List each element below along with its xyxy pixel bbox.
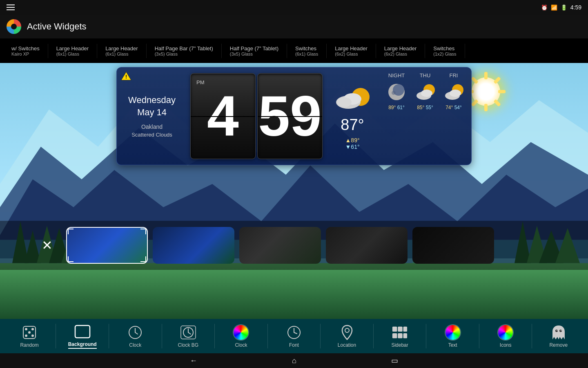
svg-point-59 (345, 328, 349, 332)
toolbar-label-clock2: Clock (235, 342, 247, 348)
forecast-header: NIGHT THU FRI (382, 72, 468, 79)
text-color-wheel-icon (445, 324, 461, 341)
divider-5 (320, 324, 321, 348)
theme-item-1[interactable] (153, 227, 234, 264)
color-wheel-clock-icon (233, 324, 249, 341)
widget-tab-1[interactable]: Large Header (6x1) Glass (48, 44, 98, 58)
svg-rect-24 (471, 99, 478, 106)
hamburger-icon[interactable] (7, 4, 15, 10)
toolbar-item-font[interactable]: Font (278, 324, 310, 348)
svg-line-51 (135, 332, 138, 334)
svg-line-55 (188, 332, 191, 334)
divider-7 (426, 324, 426, 348)
toolbar-item-clock[interactable]: Clock (119, 324, 151, 348)
sidebar-grid-icon (392, 324, 408, 341)
divider-0 (56, 324, 56, 348)
toolbar-item-clock-bg[interactable]: Clock BG (172, 324, 205, 348)
nav-back-button[interactable]: ← (183, 355, 204, 367)
ghost-icon (550, 324, 567, 341)
toolbar-label-location: Location (338, 342, 356, 348)
theme-item-4[interactable] (412, 227, 494, 264)
theme-item-3[interactable] (326, 227, 408, 264)
forecast-temp-1: 85° 55° (411, 105, 439, 110)
widget-tab-5[interactable]: Switches (6x1) Glass (287, 44, 327, 58)
clock-bg-icon (180, 324, 196, 341)
widget-tab-4[interactable]: Half Page (7" Tablet) (3x5) Glass (222, 44, 287, 58)
main-background: ! Wednesday May 14 Oakland Scattered Clo… (0, 63, 588, 319)
svg-rect-65 (403, 333, 408, 338)
nav-home-button[interactable]: ⌂ (285, 355, 303, 367)
toolbar-label-clock-bg: Clock BG (178, 342, 198, 348)
forecast-temp-2: 74° 54° (439, 105, 468, 110)
svg-point-41 (450, 90, 461, 97)
svg-rect-48 (75, 325, 90, 338)
forecast-temp-0: 89° 61° (382, 105, 411, 110)
wifi-icon: 📶 (551, 4, 557, 11)
toolbar-item-icons[interactable]: Icons (489, 324, 522, 348)
forecast-label-0: NIGHT (382, 72, 411, 79)
toolbar-label-text: Text (448, 342, 457, 348)
icons-color-wheel-icon (497, 324, 514, 341)
svg-point-38 (421, 90, 432, 97)
svg-point-45 (31, 334, 34, 337)
divider-6 (373, 324, 374, 348)
svg-rect-23 (484, 104, 488, 111)
svg-point-32 (337, 97, 352, 107)
svg-rect-21 (498, 90, 506, 93)
svg-point-35 (392, 91, 396, 95)
toolbar-item-random[interactable]: Random (13, 324, 46, 348)
minute-display: 59 (258, 88, 322, 145)
toolbar-label-sidebar: Sidebar (391, 342, 408, 348)
theme-item-0[interactable] (66, 227, 148, 264)
weather-widget[interactable]: ! Wednesday May 14 Oakland Scattered Clo… (116, 67, 472, 165)
svg-point-46 (31, 328, 34, 330)
divider-3 (214, 324, 215, 348)
status-bar: ⏰ 📶 🔋 4:59 (0, 0, 588, 15)
divider-9 (532, 324, 532, 348)
dice-icon (21, 324, 38, 341)
toolbar-item-clock2[interactable]: Clock (225, 324, 257, 348)
toolbar-item-sidebar[interactable]: Sidebar (383, 324, 416, 348)
hour-display: 4 (207, 88, 239, 145)
header-bar: Active Widgets (0, 15, 588, 38)
theme-item-2[interactable] (239, 227, 321, 264)
battery-icon: 🔋 (561, 4, 567, 11)
theme-selector: ✕ (0, 221, 588, 270)
background-icon (74, 323, 91, 340)
toolbar-item-text[interactable]: Text (437, 324, 469, 348)
toolbar-label-font: Font (289, 342, 299, 348)
widget-tab-3[interactable]: Half Page Bar (7" Tablet) (3x5) Glass (147, 44, 222, 58)
svg-point-69 (561, 330, 561, 331)
nav-recent-button[interactable]: ▭ (385, 355, 405, 367)
weather-city: Oakland (124, 123, 180, 130)
weather-condition: Scattered Clouds (124, 132, 180, 138)
widget-forecast: NIGHT THU FRI (379, 67, 471, 165)
forecast-label-2: FRI (439, 72, 468, 79)
weather-date: May 14 (124, 107, 180, 118)
widget-tab-6[interactable]: Large Header (6x2) Glass (327, 44, 376, 58)
clock-status-icon: ⏰ (541, 4, 548, 11)
svg-text:!: ! (125, 74, 127, 80)
svg-rect-63 (392, 333, 397, 338)
widget-tab-7[interactable]: Large Header (6x2) Glass (376, 44, 425, 58)
location-icon (339, 324, 355, 341)
widget-tabs: w/ Switches Kairo XP Large Header (6x1) … (0, 38, 588, 63)
clock-icon (127, 324, 143, 341)
widget-tab-0[interactable]: w/ Switches Kairo XP (3, 44, 48, 58)
toolbar-label-icons: Icons (500, 342, 512, 348)
toolbar-item-background[interactable]: Background (66, 323, 99, 349)
widget-tab-8[interactable]: Switches (1x2) Glass (425, 44, 465, 58)
svg-point-47 (25, 334, 27, 337)
theme-close-button[interactable]: ✕ (33, 229, 61, 262)
toolbar-label-background: Background (68, 341, 97, 349)
toolbar-item-remove[interactable]: Remove (542, 324, 575, 348)
forecast-icon-0 (385, 82, 408, 102)
widget-tab-2[interactable]: Large Header (6x1) Glass (97, 44, 147, 58)
nav-bar: ← ⌂ ▭ (0, 353, 588, 368)
forecast-icons (382, 82, 468, 102)
toolbar-item-location[interactable]: Location (331, 324, 363, 348)
svg-rect-60 (392, 327, 397, 332)
ampm-label: PM (196, 79, 205, 85)
svg-point-68 (557, 330, 557, 331)
svg-point-43 (25, 328, 27, 330)
